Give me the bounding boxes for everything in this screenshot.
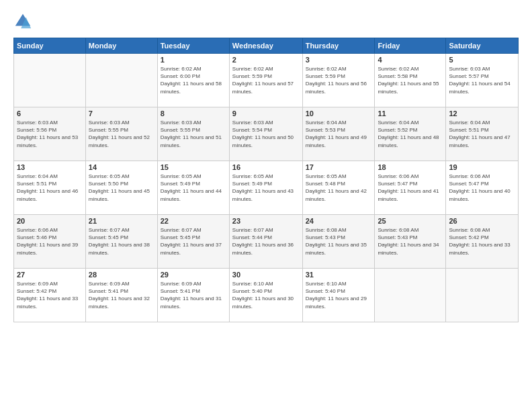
calendar-table: SundayMondayTuesdayWednesdayThursdayFrid… — [13, 38, 519, 322]
col-header-monday: Monday — [85, 38, 157, 54]
day-number: 20 — [17, 217, 83, 225]
calendar-day-23: 23Sunrise: 6:07 AM Sunset: 5:44 PM Dayli… — [229, 215, 302, 269]
calendar-week-row: 27Sunrise: 6:09 AM Sunset: 5:42 PM Dayli… — [14, 269, 519, 322]
calendar-day-20: 20Sunrise: 6:06 AM Sunset: 5:46 PM Dayli… — [14, 215, 86, 269]
day-info: Sunrise: 6:09 AM Sunset: 5:41 PM Dayligh… — [89, 280, 154, 310]
day-info: Sunrise: 6:03 AM Sunset: 5:54 PM Dayligh… — [232, 119, 300, 149]
day-info: Sunrise: 6:03 AM Sunset: 5:57 PM Dayligh… — [449, 65, 515, 95]
day-number: 1 — [161, 56, 226, 64]
day-number: 29 — [161, 271, 226, 279]
calendar-day-18: 18Sunrise: 6:06 AM Sunset: 5:47 PM Dayli… — [375, 161, 446, 215]
day-number: 23 — [232, 217, 300, 225]
day-number: 31 — [306, 271, 372, 279]
calendar-header-row: SundayMondayTuesdayWednesdayThursdayFrid… — [14, 38, 519, 54]
day-info: Sunrise: 6:07 AM Sunset: 5:44 PM Dayligh… — [232, 226, 300, 257]
calendar-day-21: 21Sunrise: 6:07 AM Sunset: 5:45 PM Dayli… — [85, 215, 157, 269]
calendar-day-9: 9Sunrise: 6:03 AM Sunset: 5:54 PM Daylig… — [229, 107, 302, 161]
day-number: 21 — [89, 217, 154, 225]
day-info: Sunrise: 6:04 AM Sunset: 5:52 PM Dayligh… — [378, 119, 443, 149]
day-number: 15 — [161, 163, 226, 171]
day-number: 17 — [306, 163, 372, 171]
calendar-week-row: 20Sunrise: 6:06 AM Sunset: 5:46 PM Dayli… — [14, 215, 519, 269]
day-info: Sunrise: 6:05 AM Sunset: 5:48 PM Dayligh… — [306, 173, 372, 203]
day-number: 7 — [89, 109, 154, 118]
calendar-week-row: 1Sunrise: 6:02 AM Sunset: 6:00 PM Daylig… — [14, 54, 519, 107]
day-number: 30 — [232, 271, 300, 279]
page: SundayMondayTuesdayWednesdayThursdayFrid… — [0, 0, 532, 411]
day-info: Sunrise: 6:10 AM Sunset: 5:40 PM Dayligh… — [232, 280, 300, 310]
day-info: Sunrise: 6:09 AM Sunset: 5:41 PM Dayligh… — [161, 280, 226, 310]
calendar-day-2: 2Sunrise: 6:02 AM Sunset: 5:59 PM Daylig… — [229, 54, 302, 107]
calendar-day-27: 27Sunrise: 6:09 AM Sunset: 5:42 PM Dayli… — [14, 269, 86, 322]
calendar-empty — [446, 269, 519, 322]
calendar-day-12: 12Sunrise: 6:04 AM Sunset: 5:51 PM Dayli… — [446, 107, 519, 161]
calendar-week-row: 13Sunrise: 6:04 AM Sunset: 5:51 PM Dayli… — [14, 161, 519, 215]
calendar-empty — [375, 269, 446, 322]
day-info: Sunrise: 6:07 AM Sunset: 5:45 PM Dayligh… — [161, 226, 226, 257]
day-number: 26 — [449, 217, 515, 225]
day-number: 4 — [378, 56, 443, 64]
day-number: 27 — [17, 271, 83, 279]
calendar-day-13: 13Sunrise: 6:04 AM Sunset: 5:51 PM Dayli… — [14, 161, 86, 215]
calendar-day-10: 10Sunrise: 6:04 AM Sunset: 5:53 PM Dayli… — [302, 107, 375, 161]
day-info: Sunrise: 6:10 AM Sunset: 5:40 PM Dayligh… — [306, 280, 372, 310]
day-info: Sunrise: 6:06 AM Sunset: 5:47 PM Dayligh… — [449, 173, 515, 203]
day-number: 2 — [232, 56, 300, 64]
calendar-day-31: 31Sunrise: 6:10 AM Sunset: 5:40 PM Dayli… — [302, 269, 375, 322]
day-info: Sunrise: 6:06 AM Sunset: 5:46 PM Dayligh… — [17, 226, 83, 257]
calendar-day-6: 6Sunrise: 6:03 AM Sunset: 5:56 PM Daylig… — [14, 107, 86, 161]
day-number: 18 — [378, 163, 443, 171]
day-info: Sunrise: 6:02 AM Sunset: 5:59 PM Dayligh… — [232, 65, 300, 95]
day-info: Sunrise: 6:05 AM Sunset: 5:49 PM Dayligh… — [161, 173, 226, 203]
calendar-week-row: 6Sunrise: 6:03 AM Sunset: 5:56 PM Daylig… — [14, 107, 519, 161]
day-number: 19 — [449, 163, 515, 171]
logo-icon — [13, 12, 32, 31]
col-header-sunday: Sunday — [14, 38, 86, 54]
calendar-day-3: 3Sunrise: 6:02 AM Sunset: 5:59 PM Daylig… — [302, 54, 375, 107]
day-number: 14 — [89, 163, 154, 171]
col-header-thursday: Thursday — [302, 38, 375, 54]
day-info: Sunrise: 6:05 AM Sunset: 5:49 PM Dayligh… — [232, 173, 300, 203]
calendar-day-22: 22Sunrise: 6:07 AM Sunset: 5:45 PM Dayli… — [157, 215, 229, 269]
calendar-day-4: 4Sunrise: 6:02 AM Sunset: 5:58 PM Daylig… — [375, 54, 446, 107]
day-info: Sunrise: 6:03 AM Sunset: 5:55 PM Dayligh… — [89, 119, 154, 149]
day-info: Sunrise: 6:08 AM Sunset: 5:42 PM Dayligh… — [449, 226, 515, 257]
day-info: Sunrise: 6:02 AM Sunset: 6:00 PM Dayligh… — [161, 65, 226, 95]
day-number: 11 — [378, 109, 443, 118]
calendar-day-5: 5Sunrise: 6:03 AM Sunset: 5:57 PM Daylig… — [446, 54, 519, 107]
day-number: 5 — [449, 56, 515, 64]
calendar-day-11: 11Sunrise: 6:04 AM Sunset: 5:52 PM Dayli… — [375, 107, 446, 161]
day-info: Sunrise: 6:04 AM Sunset: 5:51 PM Dayligh… — [449, 119, 515, 149]
calendar-day-26: 26Sunrise: 6:08 AM Sunset: 5:42 PM Dayli… — [446, 215, 519, 269]
day-info: Sunrise: 6:03 AM Sunset: 5:55 PM Dayligh… — [161, 119, 226, 149]
day-number: 9 — [232, 109, 300, 118]
day-number: 6 — [17, 109, 83, 118]
day-number: 12 — [449, 109, 515, 118]
header — [13, 12, 519, 31]
calendar-day-7: 7Sunrise: 6:03 AM Sunset: 5:55 PM Daylig… — [85, 107, 157, 161]
calendar-day-1: 1Sunrise: 6:02 AM Sunset: 6:00 PM Daylig… — [157, 54, 229, 107]
calendar-day-19: 19Sunrise: 6:06 AM Sunset: 5:47 PM Dayli… — [446, 161, 519, 215]
day-info: Sunrise: 6:05 AM Sunset: 5:50 PM Dayligh… — [89, 173, 154, 203]
calendar-day-25: 25Sunrise: 6:08 AM Sunset: 5:43 PM Dayli… — [375, 215, 446, 269]
calendar-day-28: 28Sunrise: 6:09 AM Sunset: 5:41 PM Dayli… — [85, 269, 157, 322]
day-info: Sunrise: 6:08 AM Sunset: 5:43 PM Dayligh… — [306, 226, 372, 257]
calendar-day-16: 16Sunrise: 6:05 AM Sunset: 5:49 PM Dayli… — [229, 161, 302, 215]
calendar-day-8: 8Sunrise: 6:03 AM Sunset: 5:55 PM Daylig… — [157, 107, 229, 161]
calendar-day-14: 14Sunrise: 6:05 AM Sunset: 5:50 PM Dayli… — [85, 161, 157, 215]
day-number: 24 — [306, 217, 372, 225]
calendar-day-17: 17Sunrise: 6:05 AM Sunset: 5:48 PM Dayli… — [302, 161, 375, 215]
day-info: Sunrise: 6:09 AM Sunset: 5:42 PM Dayligh… — [17, 280, 83, 310]
day-info: Sunrise: 6:07 AM Sunset: 5:45 PM Dayligh… — [89, 226, 154, 257]
col-header-friday: Friday — [375, 38, 446, 54]
day-number: 3 — [306, 56, 372, 64]
day-info: Sunrise: 6:02 AM Sunset: 5:59 PM Dayligh… — [306, 65, 372, 95]
day-number: 10 — [306, 109, 372, 118]
day-info: Sunrise: 6:08 AM Sunset: 5:43 PM Dayligh… — [378, 226, 443, 257]
logo — [13, 12, 35, 31]
day-info: Sunrise: 6:03 AM Sunset: 5:56 PM Dayligh… — [17, 119, 83, 149]
calendar-day-29: 29Sunrise: 6:09 AM Sunset: 5:41 PM Dayli… — [157, 269, 229, 322]
col-header-saturday: Saturday — [446, 38, 519, 54]
calendar-day-15: 15Sunrise: 6:05 AM Sunset: 5:49 PM Dayli… — [157, 161, 229, 215]
calendar-empty — [14, 54, 86, 107]
